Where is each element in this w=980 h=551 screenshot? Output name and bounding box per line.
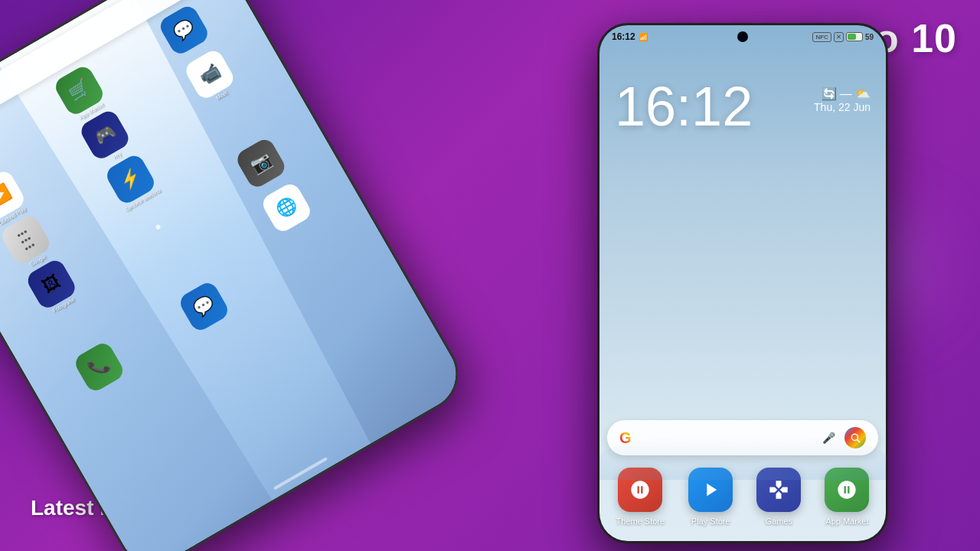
dot-indicator	[155, 223, 161, 230]
theme-store-label: Theme Store	[616, 517, 665, 526]
app-market-label: App Market	[825, 517, 868, 526]
status-icons: NFC ✕ 59	[812, 32, 874, 42]
main-clock: 16:12	[615, 79, 753, 134]
weather-dash: — ⛅	[840, 86, 871, 101]
wave-decoration	[599, 434, 886, 480]
right-phone-screen: 16:12 📶 NFC ✕ 59 16:12	[599, 25, 886, 541]
games-label: Games	[766, 517, 792, 526]
right-phone-shell: 16:12 📶 NFC ✕ 59 16:12	[597, 23, 888, 543]
refresh-icon: 🔄	[822, 86, 837, 101]
battery-percent: 59	[865, 33, 874, 41]
battery-fill	[848, 34, 856, 40]
clock-weather-row: 16:12 🔄 — ⛅ Thu, 22 Jun	[615, 79, 871, 137]
play-store-label: Play Store	[691, 517, 730, 526]
status-time: 16:12	[612, 31, 635, 42]
sim-icon: 📶	[639, 33, 648, 41]
camera-hole	[737, 31, 748, 42]
battery-icon	[846, 32, 863, 41]
weather-date: Thu, 22 Jun	[814, 101, 871, 113]
weather-block: 🔄 — ⛅ Thu, 22 Jun	[814, 86, 871, 113]
weather-icons-row: 🔄 — ⛅	[822, 86, 871, 101]
svg-line-1	[858, 440, 860, 442]
lock-clock-area: 16:12 🔄 — ⛅ Thu, 22 Jun	[599, 48, 886, 420]
google-app-icon: G	[0, 124, 2, 178]
right-phone: 16:12 📶 NFC ✕ 59 16:12	[597, 23, 888, 543]
x-icon: ✕	[834, 32, 844, 42]
nfc-icon: NFC	[812, 32, 831, 42]
